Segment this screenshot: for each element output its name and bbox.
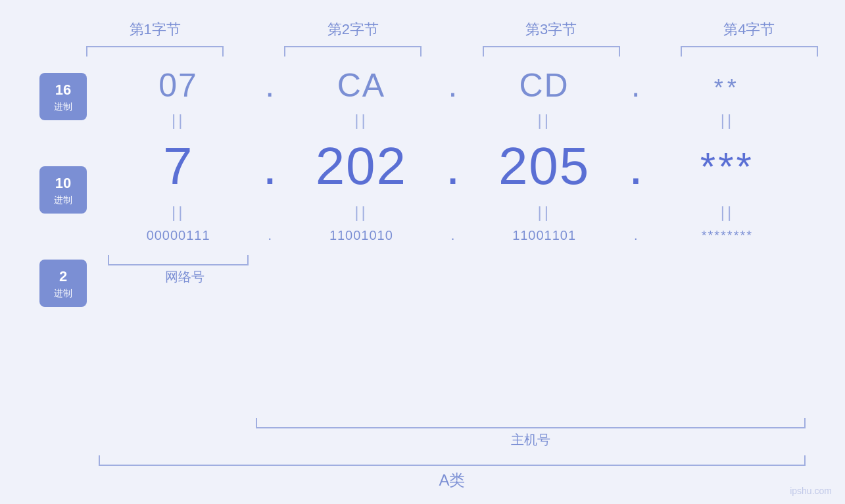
hex-val-3: CD — [466, 66, 623, 104]
bin-dot-2: . — [440, 228, 466, 243]
bin-val-2: 11001010 — [283, 228, 439, 243]
dec-val-4: *** — [649, 144, 806, 189]
eq2-3: || — [466, 203, 623, 221]
class-bracket-section: 主机号 A类 — [99, 418, 806, 491]
equals-row-1: || || || || — [100, 111, 806, 129]
eq2-1: || — [100, 203, 256, 221]
hex-row: 07 . CA . CD . ** — [100, 66, 806, 104]
network-label: 网络号 — [100, 268, 270, 286]
bracket-top-1 — [69, 46, 241, 57]
bracket-top-4 — [664, 46, 835, 57]
col-header-3: 第3字节 — [466, 20, 637, 39]
col-header-2: 第2字节 — [267, 20, 439, 39]
hex-val-4: ** — [649, 69, 806, 102]
equals-row-2: || || || || — [100, 203, 806, 221]
binary-badge: 2 进制 — [39, 260, 87, 307]
top-brackets-row — [69, 46, 835, 57]
bracket-host-wrapper — [283, 255, 439, 265]
column-headers: 第1字节 第2字节 第3字节 第4字节 — [69, 20, 835, 39]
hex-dot-2: . — [440, 66, 466, 104]
bracket-net-wrapper — [100, 255, 256, 265]
watermark: ipshu.com — [790, 486, 832, 496]
main-area: 16 进制 10 进制 2 进制 07 . CA . CD . ** — [39, 66, 806, 415]
eq2-2: || — [283, 203, 439, 221]
bin-val-3: 11001101 — [466, 228, 623, 243]
rows-container: 07 . CA . CD . ** || || || || 7 . — [100, 66, 806, 286]
bottom-brackets-row — [100, 255, 806, 265]
dec-val-2: 202 — [283, 136, 439, 196]
class-bracket — [99, 455, 806, 466]
binary-row: 00000111 . 11001010 . 11001101 . *******… — [100, 228, 806, 243]
bracket-top-3 — [466, 46, 637, 57]
eq-4: || — [649, 111, 806, 129]
hex-dot-3: . — [623, 66, 649, 104]
col-header-1: 第1字节 — [69, 20, 241, 39]
decimal-row: 7 . 202 . 205 . *** — [100, 136, 806, 196]
left-labels: 16 进制 10 进制 2 进制 — [39, 66, 87, 307]
class-label: A类 — [99, 470, 806, 491]
eq-3: || — [466, 111, 623, 129]
bin-dot-1: . — [256, 228, 283, 243]
bin-val-4: ******** — [649, 228, 806, 243]
col-header-4: 第4字节 — [664, 20, 835, 39]
bracket-net — [108, 255, 249, 265]
eq-2: || — [283, 111, 439, 129]
bin-dot-3: . — [623, 228, 649, 243]
dec-dot-1: . — [256, 136, 283, 196]
main-container: 第1字节 第2字节 第3字节 第4字节 16 进制 — [0, 0, 845, 504]
bracket-host — [256, 418, 806, 428]
decimal-badge: 10 进制 — [39, 166, 87, 214]
bin-val-1: 00000111 — [100, 228, 256, 243]
dec-val-1: 7 — [100, 136, 256, 196]
hex-val-2: CA — [283, 66, 439, 104]
net-host-labels: 网络号 — [100, 268, 806, 286]
dec-dot-3: . — [623, 136, 649, 196]
dec-val-3: 205 — [466, 136, 623, 196]
hex-val-1: 07 — [100, 66, 256, 104]
eq-1: || — [100, 111, 256, 129]
host-label-wrapper — [296, 268, 806, 286]
hex-badge: 16 进制 — [39, 73, 87, 120]
bracket-top-2 — [267, 46, 439, 57]
eq2-4: || — [649, 203, 806, 221]
host-label-row: 主机号 — [99, 431, 806, 449]
host-label: 主机号 — [256, 431, 806, 449]
dec-dot-2: . — [440, 136, 466, 196]
hex-dot-1: . — [256, 66, 283, 104]
host-bracket-row — [99, 418, 806, 428]
